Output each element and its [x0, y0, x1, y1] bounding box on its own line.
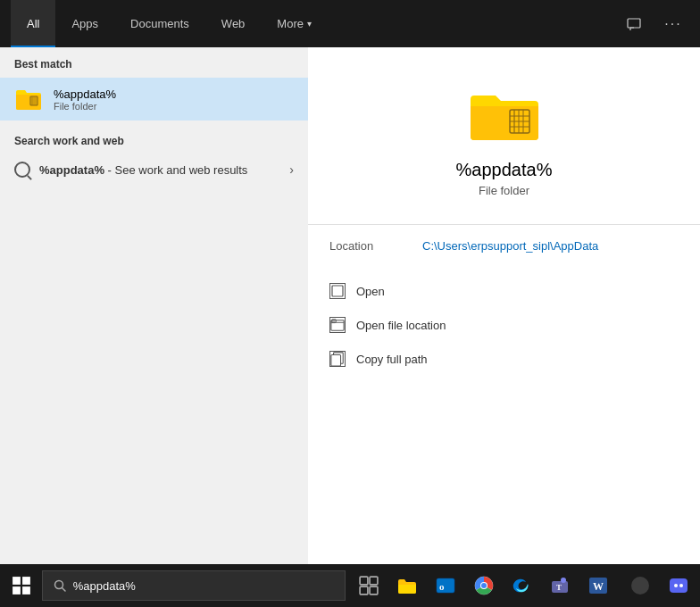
search-work-web-section: Search work and web %appdata% - See work…: [0, 121, 308, 192]
search-icon: [14, 162, 30, 178]
taskbar-search-box[interactable]: [42, 570, 346, 601]
svg-rect-38: [670, 578, 688, 593]
more-options-button[interactable]: ···: [657, 8, 689, 40]
folder-icon-large: [469, 83, 540, 146]
svg-rect-18: [22, 577, 30, 585]
result-text: %appdata% File folder: [54, 87, 116, 112]
location-path-link[interactable]: C:\Users\erpsupport_sipl\AppData: [422, 239, 598, 253]
svg-rect-12: [332, 286, 343, 296]
tab-apps[interactable]: Apps: [55, 0, 114, 47]
edge-button[interactable]: [504, 566, 540, 605]
svg-rect-17: [12, 577, 21, 585]
svg-point-32: [481, 583, 487, 588]
svg-text:W: W: [593, 580, 604, 593]
task-view-button[interactable]: [351, 566, 388, 605]
search-work-web-label: Search work and web: [14, 135, 294, 147]
copy-full-path-action[interactable]: Copy full path: [329, 342, 679, 376]
svg-line-22: [62, 588, 65, 592]
svg-point-35: [561, 578, 566, 583]
taskbar: o T W: [0, 564, 700, 607]
right-panel: %appdata% File folder Location C:\Users\…: [308, 47, 700, 564]
chevron-down-icon: ▾: [307, 19, 312, 29]
extra-taskbar-icon[interactable]: [621, 566, 658, 605]
svg-rect-25: [360, 586, 368, 595]
svg-rect-19: [12, 586, 21, 595]
chrome-icon: [474, 576, 494, 595]
result-item-appdata[interactable]: %appdata% File folder: [0, 78, 308, 121]
app-subtitle: File folder: [479, 184, 529, 197]
svg-rect-26: [370, 586, 378, 595]
svg-point-40: [679, 584, 683, 587]
actions-section: Open Open file location: [308, 267, 700, 383]
word-icon: W: [588, 576, 608, 595]
open-file-location-action[interactable]: Open file location: [329, 308, 679, 342]
teams-button[interactable]: T: [542, 566, 579, 605]
copy-full-path-label: Copy full path: [356, 353, 428, 366]
best-match-label: Best match: [0, 47, 308, 78]
taskbar-search-icon: [54, 579, 66, 592]
result-title: %appdata%: [54, 87, 116, 101]
svg-point-39: [674, 584, 678, 587]
file-explorer-button[interactable]: [389, 566, 426, 605]
svg-rect-16: [331, 355, 341, 366]
open-file-location-label: Open file location: [356, 319, 446, 332]
teams-icon: T: [550, 576, 570, 595]
search-web-item[interactable]: %appdata% - See work and web results ›: [14, 154, 294, 185]
result-subtitle: File folder: [54, 101, 116, 112]
edge-icon: [512, 576, 531, 595]
tab-all[interactable]: All: [11, 0, 55, 47]
task-view-icon: [359, 576, 379, 595]
file-explorer-icon: [397, 576, 417, 595]
nav-bar: All Apps Documents Web More ▾ ···: [0, 0, 700, 47]
svg-rect-0: [628, 19, 640, 28]
start-button[interactable]: [4, 566, 40, 605]
outlook-button[interactable]: o: [427, 566, 463, 605]
copy-full-path-icon: [329, 351, 346, 367]
svg-text:o: o: [439, 581, 445, 592]
search-web-text: %appdata% - See work and web results: [39, 163, 280, 177]
word-button[interactable]: W: [580, 566, 617, 605]
svg-rect-20: [22, 586, 30, 595]
svg-rect-24: [370, 577, 378, 585]
discord-icon: [669, 576, 688, 595]
location-label: Location: [329, 239, 401, 253]
outlook-icon: o: [436, 576, 455, 595]
location-row: Location C:\Users\erpsupport_sipl\AppDat…: [308, 224, 700, 267]
svg-text:T: T: [556, 583, 562, 592]
main-content: Best match %appdata% File folder: [0, 47, 700, 564]
tab-documents[interactable]: Documents: [114, 0, 205, 47]
open-label: Open: [356, 285, 385, 298]
folder-icon-small: [14, 85, 43, 113]
discord-button[interactable]: [660, 566, 696, 605]
open-icon: [329, 283, 346, 299]
app-title: %appdata%: [456, 160, 553, 180]
tab-more[interactable]: More ▾: [261, 0, 328, 47]
svg-rect-23: [360, 577, 368, 585]
tab-web[interactable]: Web: [205, 0, 262, 47]
chrome-button[interactable]: [465, 566, 502, 605]
taskbar-search-input[interactable]: [73, 579, 334, 593]
left-panel: Best match %appdata% File folder: [0, 47, 308, 564]
chevron-right-icon: ›: [289, 162, 294, 177]
open-file-location-icon: [329, 317, 346, 333]
feedback-button[interactable]: [618, 8, 650, 40]
open-action[interactable]: Open: [329, 274, 679, 308]
